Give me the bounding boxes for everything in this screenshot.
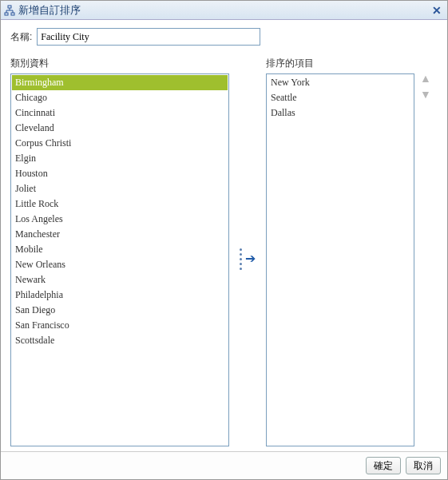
- name-row: 名稱:: [10, 28, 438, 46]
- drag-handle-icon: [240, 248, 242, 270]
- name-input[interactable]: [37, 28, 260, 46]
- list-item[interactable]: Chicago: [12, 90, 228, 105]
- target-column: 排序的項目 New YorkSeattleDallas: [266, 57, 414, 446]
- list-item[interactable]: Houston: [12, 166, 228, 181]
- list-item[interactable]: Cincinnati: [12, 105, 228, 121]
- close-button[interactable]: ✕: [430, 3, 444, 18]
- target-label: 排序的項目: [266, 57, 414, 70]
- list-item[interactable]: Mobile: [12, 242, 228, 257]
- list-item[interactable]: New Orleans: [12, 257, 228, 272]
- reorder-column: ▲ ▼: [414, 57, 437, 446]
- list-item[interactable]: Elgin: [12, 151, 228, 166]
- hierarchy-icon: [4, 5, 15, 16]
- source-label: 類別資料: [10, 57, 229, 70]
- source-listbox[interactable]: BirminghamChicagoCincinnatiClevelandCorp…: [10, 73, 229, 446]
- ok-button[interactable]: 確定: [366, 457, 401, 474]
- dialog-footer: 確定 取消: [1, 451, 447, 479]
- list-item[interactable]: San Francisco: [12, 318, 228, 333]
- source-column: 類別資料 BirminghamChicagoCincinnatiClevelan…: [10, 57, 229, 446]
- titlebar: 新增自訂排序 ✕: [1, 1, 447, 20]
- dialog-title: 新增自訂排序: [18, 3, 430, 18]
- dialog-content: 名稱: 類別資料 BirminghamChicagoCincinnatiClev…: [1, 20, 447, 451]
- list-item[interactable]: Corpus Christi: [12, 136, 228, 151]
- list-item[interactable]: Seattle: [268, 90, 413, 105]
- svg-rect-0: [8, 6, 11, 8]
- list-item[interactable]: Manchester: [12, 227, 228, 242]
- move-right-button[interactable]: ➔: [240, 248, 256, 270]
- list-item[interactable]: Scottsdale: [12, 333, 228, 348]
- cancel-button[interactable]: 取消: [406, 457, 441, 474]
- arrow-down-icon: ▼: [420, 88, 431, 101]
- list-item[interactable]: Little Rock: [12, 196, 228, 212]
- list-item[interactable]: Newark: [12, 272, 228, 288]
- list-item[interactable]: Birmingham: [12, 75, 228, 90]
- target-listbox[interactable]: New YorkSeattleDallas: [266, 73, 414, 446]
- list-item[interactable]: Dallas: [268, 105, 413, 121]
- arrow-right-icon: ➔: [245, 252, 256, 265]
- transfer-column: ➔: [229, 57, 266, 446]
- move-up-button[interactable]: ▲: [418, 71, 433, 85]
- svg-rect-2: [11, 13, 14, 15]
- svg-rect-1: [5, 13, 8, 15]
- close-icon: ✕: [432, 5, 442, 16]
- move-down-button[interactable]: ▼: [418, 87, 433, 101]
- lists-row: 類別資料 BirminghamChicagoCincinnatiClevelan…: [10, 57, 438, 446]
- arrow-up-icon: ▲: [420, 72, 431, 85]
- name-label: 名稱:: [10, 30, 32, 44]
- list-item[interactable]: Joliet: [12, 181, 228, 196]
- list-item[interactable]: Philadelphia: [12, 288, 228, 303]
- list-item[interactable]: Los Angeles: [12, 212, 228, 227]
- list-item[interactable]: San Diego: [12, 303, 228, 318]
- list-item[interactable]: New York: [268, 75, 413, 90]
- list-item[interactable]: Cleveland: [12, 121, 228, 136]
